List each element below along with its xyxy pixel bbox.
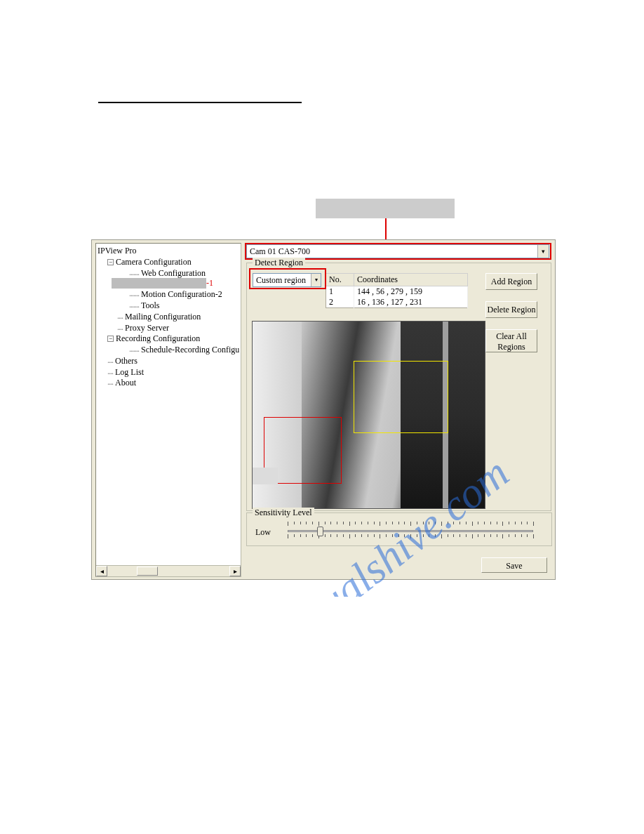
add-region-button[interactable]: Add Region bbox=[485, 273, 537, 290]
config-dialog: IPView Pro −Camera Configuration .......… bbox=[91, 239, 556, 580]
delete-region-button[interactable]: Delete Region bbox=[485, 301, 537, 318]
scroll-right-icon[interactable]: ▸ bbox=[229, 566, 241, 576]
sensitivity-low-label: Low bbox=[255, 527, 271, 538]
section-underline bbox=[98, 102, 302, 103]
sensitivity-slider[interactable] bbox=[288, 522, 533, 539]
col-no[interactable]: No. bbox=[326, 274, 354, 286]
slider-track bbox=[288, 530, 533, 532]
slider-ruler bbox=[288, 534, 533, 541]
camera-preview[interactable] bbox=[252, 321, 485, 509]
tree-root-item[interactable]: IPView Pro bbox=[98, 245, 241, 256]
detect-region-legend: Detect Region bbox=[253, 258, 305, 268]
sensitivity-legend: Sensitivity Level bbox=[253, 508, 314, 518]
region-mode-value: Custom region bbox=[256, 275, 306, 285]
chevron-down-icon[interactable]: ▾ bbox=[311, 274, 321, 286]
tree-log-list[interactable]: .... Log List bbox=[98, 366, 241, 378]
cell-coord: 144 , 56 , 279 , 159 bbox=[354, 286, 468, 298]
tree-recording-config[interactable]: −Recording Configuration bbox=[98, 333, 241, 344]
save-button[interactable]: Save bbox=[481, 557, 547, 573]
table-row[interactable]: 2 16 , 136 , 127 , 231 bbox=[326, 297, 468, 308]
scroll-thumb[interactable] bbox=[137, 567, 158, 576]
tree-proxy-server[interactable]: .... Proxy Server bbox=[98, 322, 241, 333]
scroll-left-icon[interactable]: ◂ bbox=[96, 566, 107, 576]
clear-all-regions-button[interactable]: Clear All Regions bbox=[485, 329, 537, 352]
cell-coord: 16 , 136 , 127 , 231 bbox=[354, 297, 468, 308]
redaction-block bbox=[253, 468, 278, 484]
tree-camera-config[interactable]: −Camera Configuration bbox=[98, 256, 241, 267]
tree-about[interactable]: .... About bbox=[98, 377, 241, 388]
chevron-down-icon[interactable]: ▾ bbox=[537, 245, 549, 258]
col-coordinates[interactable]: Coordinates bbox=[354, 274, 468, 286]
sensitivity-group: Sensitivity Level Low bbox=[246, 512, 552, 546]
camera-select-value: Cam 01 CAS-700 bbox=[250, 246, 310, 256]
tree-horizontal-scrollbar[interactable]: ◂ ▸ bbox=[96, 565, 241, 576]
tree-motion-config-2[interactable]: ....... Motion Configuration-2 bbox=[98, 289, 241, 300]
camera-select[interactable]: Cam 01 CAS-700 ▾ bbox=[246, 244, 549, 258]
tree-web-config[interactable]: ....... Web Configuration bbox=[98, 267, 241, 279]
region-coordinates-table: No. Coordinates 1 144 , 56 , 279 , 159 2… bbox=[326, 273, 468, 308]
slider-ruler bbox=[288, 522, 533, 529]
region-overlay-1[interactable] bbox=[354, 361, 448, 433]
region-mode-select[interactable]: Custom region ▾ bbox=[253, 273, 321, 287]
cell-no: 1 bbox=[326, 286, 354, 298]
nav-tree: IPView Pro −Camera Configuration .......… bbox=[95, 243, 241, 577]
table-row[interactable]: 1 144 , 56 , 279 , 159 bbox=[326, 286, 468, 298]
tree-mailing-config[interactable]: .... Mailing Configuration bbox=[98, 311, 241, 322]
cell-no: 2 bbox=[326, 297, 354, 308]
tree-schedule-recording[interactable]: ....... Schedule-Recording Configu bbox=[98, 344, 241, 355]
tree-others[interactable]: .... Others bbox=[98, 355, 241, 366]
tree-motion-config-1[interactable]: -1 bbox=[98, 278, 241, 289]
slider-thumb[interactable] bbox=[317, 527, 323, 536]
tree-tools[interactable]: ....... Tools bbox=[98, 300, 241, 311]
callout-label-block bbox=[316, 199, 455, 218]
